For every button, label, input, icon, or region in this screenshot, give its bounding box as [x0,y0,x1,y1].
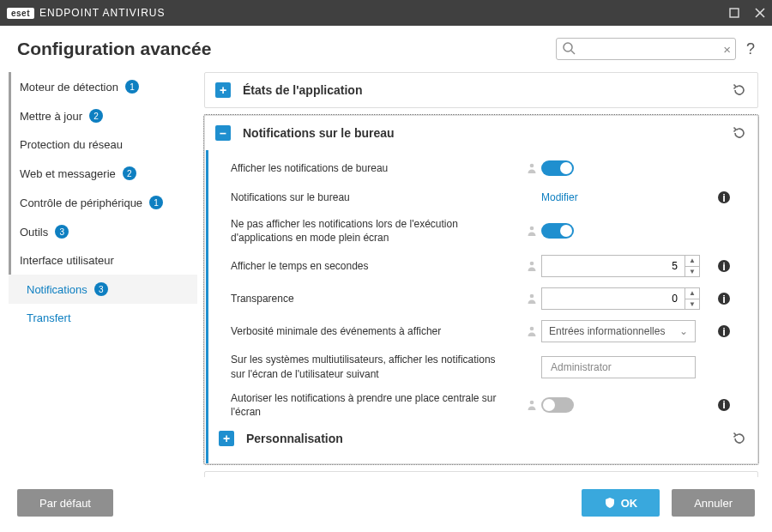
row-duration: Afficher le temps en secondes ▲ ▼ [208,250,757,282]
info-icon[interactable]: i [718,399,730,411]
sidebar-item-web-mail[interactable]: Web et messagerie 2 [9,159,197,188]
expand-icon[interactable]: + [219,431,234,446]
row-center-screen: Autoriser les notifications à prendre un… [208,386,757,424]
maximize-icon[interactable] [729,8,739,18]
badge: 3 [94,282,108,296]
info-icon[interactable]: i [718,191,730,203]
policy-icon [522,325,541,337]
toggle-fullscreen-suppress[interactable] [541,223,574,239]
sidebar-sub-notifications[interactable]: Notifications 3 [9,275,197,304]
collapse-icon[interactable]: – [215,125,231,141]
spin-up-icon[interactable]: ▲ [685,255,700,266]
svg-point-9 [530,327,534,331]
spinner-transparency[interactable]: ▲ ▼ [541,287,696,310]
row-show-desktop-notifications: Afficher les notifications de bureau [208,154,757,183]
info-icon[interactable]: i [718,293,730,305]
row-fullscreen-suppress: Ne pas afficher les notifications lors d… [208,212,757,250]
default-button[interactable]: Par défaut [17,489,113,517]
policy-icon [522,225,541,237]
spin-down-icon[interactable]: ▼ [685,266,700,277]
sidebar-item-device-control[interactable]: Contrôle de périphérique 1 [9,188,197,217]
row-multiuser: Sur les systèmes multiutilisateurs, affi… [208,348,757,385]
subsection-personalization[interactable]: + Personnalisation [208,424,757,453]
toggle-show-desktop-notifications[interactable] [541,160,574,176]
search-icon [562,41,576,55]
cancel-button[interactable]: Annuler [672,489,755,517]
policy-icon [522,162,541,174]
info-icon[interactable]: i [718,325,730,337]
sidebar-item-ui[interactable]: Interface utilisateur [9,246,197,275]
shield-icon [604,497,616,509]
row-desktop-notifications-link: Notifications sur le bureau Modifier i [208,183,757,212]
panel-app-states: + États de l'application [204,72,758,108]
sidebar-item-detection-engine[interactable]: Moteur de détection 1 [9,72,197,101]
svg-point-6 [530,227,534,231]
close-icon[interactable] [755,8,765,18]
input-transparency[interactable] [541,287,685,310]
svg-point-7 [530,262,534,266]
badge: 1 [149,196,163,209]
sidebar-sub-transfer[interactable]: Transfert [9,304,197,332]
input-duration[interactable] [541,255,685,277]
badge: 2 [89,109,103,123]
link-modify-desktop-notifications[interactable]: Modifier [541,191,578,203]
window-controls [729,8,765,18]
revert-icon[interactable] [732,125,747,141]
info-icon[interactable]: i [718,260,730,272]
sidebar-item-tools[interactable]: Outils 3 [9,217,197,246]
panel-desktop-notifications: – Notifications sur le bureau Afficher l… [204,115,758,464]
sidebar: Moteur de détection 1 Mettre à jour 2 Pr… [0,69,197,477]
panel-header-desktop-notifications[interactable]: – Notifications sur le bureau [205,116,757,150]
sidebar-item-network-protection[interactable]: Protection du réseau [9,130,197,159]
policy-icon [522,293,541,305]
svg-line-4 [571,51,575,54]
expand-icon[interactable]: + [215,82,231,98]
svg-point-8 [530,294,534,299]
row-transparency: Transparence ▲ ▼ [208,282,757,315]
svg-rect-0 [730,9,739,17]
svg-point-3 [564,43,572,51]
help-icon[interactable]: ? [746,40,755,58]
main-content: + États de l'application – Notifications… [197,69,772,477]
clear-search-icon[interactable]: × [723,42,731,57]
spin-down-icon[interactable]: ▼ [685,299,700,310]
policy-icon [522,399,541,411]
revert-icon[interactable] [732,82,747,98]
revert-icon[interactable] [732,431,747,446]
badge: 2 [123,166,136,180]
select-verbosity[interactable]: Entrées informationnelles ⌄ [541,320,696,342]
search-field[interactable]: × [556,38,736,60]
search-input[interactable] [556,38,736,60]
badge: 3 [55,225,69,239]
spinner-duration[interactable]: ▲ ▼ [541,255,696,277]
brand: eset ENDPOINT ANTIVIRUS [7,7,165,19]
svg-point-5 [530,164,534,168]
panel-interactive-alerts: + Alertes interactives [204,471,758,477]
sidebar-item-update[interactable]: Mettre à jour 2 [9,101,197,130]
svg-point-10 [530,401,534,405]
row-verbosity: Verbosité minimale des événements à affi… [208,315,757,348]
product-name: ENDPOINT ANTIVIRUS [39,7,165,19]
ok-button[interactable]: OK [582,489,660,517]
toggle-center-screen[interactable] [541,397,574,413]
brand-badge: eset [7,8,34,19]
page-title: Configuration avancée [17,39,556,59]
chevron-down-icon: ⌄ [679,325,688,337]
spin-up-icon[interactable]: ▲ [685,287,700,299]
policy-icon [522,260,541,272]
input-multiuser[interactable] [541,356,696,378]
footer: Par défaut OK Annuler [0,477,772,532]
titlebar: eset ENDPOINT ANTIVIRUS [0,0,772,26]
panel-header-app-states[interactable]: + États de l'application [205,73,757,107]
badge: 1 [125,80,139,94]
